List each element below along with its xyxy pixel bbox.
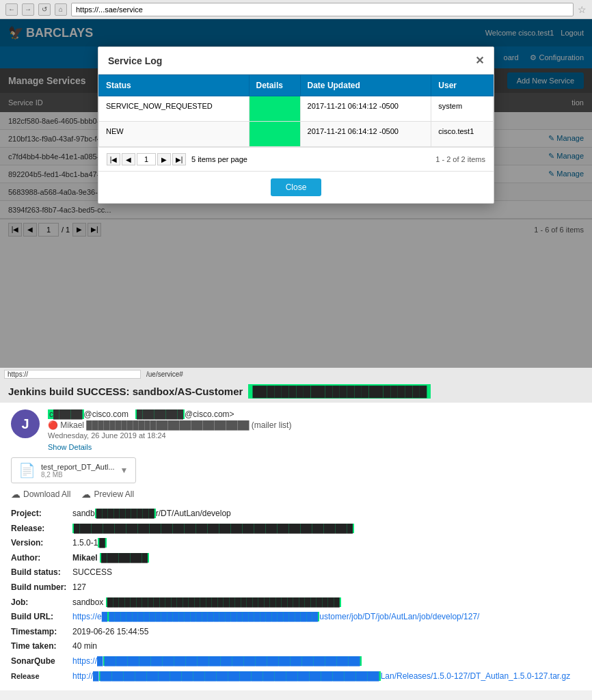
- build-number-row: Build number: 127: [11, 580, 581, 595]
- project-redact: ██████████: [95, 509, 156, 518]
- author-redact: ████████: [100, 553, 149, 563]
- attachment-row: 📄 test_report_DT_Autl... 8,2 MB ▼: [11, 457, 581, 483]
- job-value: sandbox ████████████████████████████████…: [72, 595, 341, 610]
- version-value: 1.5.0-1█: [72, 536, 107, 551]
- attachment-name: test_report_DT_Autl...: [41, 463, 115, 471]
- author-row: Author: Mikael ████████: [11, 551, 581, 566]
- build-number-label: Build number:: [11, 580, 72, 595]
- from-redact: c█████: [48, 409, 84, 419]
- details-cell: [249, 96, 300, 122]
- modal-page-input[interactable]: [137, 153, 156, 165]
- email-mikael: 🔴 Mikael ████████████████████████████ (m…: [48, 420, 581, 430]
- modal-title: Service Log: [108, 55, 162, 66]
- build-url-row: Build URL: https://e████████████████████…: [11, 610, 581, 625]
- modal-header: Service Log ✕: [98, 47, 494, 75]
- modal-prev-page[interactable]: ◀: [122, 153, 135, 165]
- user-cell: system: [431, 96, 494, 122]
- timestamp-label: Timestamp:: [11, 625, 72, 640]
- refresh-button[interactable]: ↺: [38, 3, 51, 16]
- modal-body: Status Details Date Updated User SERVICE…: [98, 75, 494, 147]
- release-url-text: http://█: [72, 671, 99, 681]
- modal-next-page[interactable]: ▶: [157, 153, 171, 165]
- service-log-modal: Service Log ✕ Status Details Date Update…: [98, 46, 494, 204]
- avatar: J: [11, 409, 40, 438]
- build-status-label: Build status:: [11, 565, 72, 580]
- build-number-value: 127: [72, 580, 86, 595]
- details-green-block: [250, 122, 300, 146]
- job-row: Job: sandbox ███████████████████████████…: [11, 595, 581, 610]
- modal-last-page[interactable]: ▶|: [172, 153, 186, 165]
- sonarqube-url-text: https://█: [72, 656, 103, 666]
- from-domain: @cisco.com: [84, 409, 129, 419]
- project-row: Project: sandb██████████r/DT/AutLan/deve…: [11, 507, 581, 522]
- to-redact: ████████: [135, 409, 185, 419]
- email-sender-row: J c█████@cisco.com ████████@cisco.com> 🔴…: [11, 409, 581, 452]
- time-taken-row: Time taken: 40 min: [11, 639, 581, 654]
- attachment-dropdown[interactable]: ▼: [120, 466, 129, 475]
- project-suffix: r/DT/AutLan/develop: [156, 509, 231, 518]
- modal-first-page[interactable]: |◀: [107, 153, 120, 165]
- service-log-table: Status Details Date Updated User SERVICE…: [98, 75, 494, 147]
- back-button[interactable]: ←: [5, 3, 18, 16]
- sonarqube-link[interactable]: https://████████████████████████████████…: [72, 656, 362, 666]
- browser-chrome: ← → ↺ ⌂ ☆: [0, 0, 592, 19]
- url-bar[interactable]: [71, 3, 574, 16]
- job-redact: ████████████████████████████████████████: [106, 597, 341, 607]
- modal-range-info: 1 - 2 of 2 items: [435, 155, 485, 163]
- date-cell: 2017-11-21 06:14:12 -0500: [300, 122, 431, 147]
- modal-table-row: SERVICE_NOW_REQUESTED 2017-11-21 06:14:1…: [99, 96, 494, 122]
- modal-close-button[interactable]: ✕: [475, 54, 484, 67]
- sonarqube-row: SonarQube https://██████████████████████…: [11, 654, 581, 669]
- download-all-link[interactable]: ☁ Download All: [11, 489, 70, 500]
- project-text: sandb: [72, 509, 95, 518]
- status-url-right: /ue/service#: [146, 371, 183, 378]
- release-url-value: http://█████████████████████████████████…: [72, 669, 570, 684]
- bookmark-star[interactable]: ☆: [578, 4, 587, 15]
- email-from: c█████@cisco.com ████████@cisco.com>: [48, 409, 581, 419]
- build-url-prefix: https://e█: [72, 612, 107, 621]
- modal-items-per-page: 5 items per page: [191, 155, 247, 163]
- email-date: Wednesday, 26 June 2019 at 18:24: [48, 431, 581, 440]
- modal-pagination: |◀ ◀ ▶ ▶| 5 items per page 1 - 2 of 2 it…: [98, 147, 494, 171]
- release-url-link[interactable]: http://█████████████████████████████████…: [72, 671, 570, 681]
- modal-pagination-controls: |◀ ◀ ▶ ▶| 5 items per page: [107, 153, 247, 165]
- user-header: User: [431, 75, 494, 96]
- release-redact: ████████████████████████████████████████…: [72, 524, 354, 533]
- release-label: Release:: [11, 522, 72, 537]
- show-details-link[interactable]: Show Details: [48, 443, 92, 451]
- sonarqube-label: SonarQube: [11, 654, 72, 669]
- timestamp-value: 2019-06-26 15:44:55: [72, 625, 148, 640]
- home-button[interactable]: ⌂: [55, 3, 67, 16]
- release-url-redact: ████████████████████████████████████████…: [99, 671, 381, 681]
- status-cell: SERVICE_NOW_REQUESTED: [99, 96, 250, 122]
- to-domain: @cisco.com>: [185, 409, 234, 419]
- file-icon: 📄: [18, 462, 36, 479]
- preview-all-text: Preview All: [94, 489, 134, 499]
- jenkins-title-bar: Jenkins build SUCCESS: sandbox/AS-Custom…: [0, 380, 592, 403]
- date-updated-header: Date Updated: [300, 75, 431, 96]
- details-green-block: [250, 96, 300, 121]
- modal-close-btn[interactable]: Close: [271, 178, 322, 196]
- email-meta: c█████@cisco.com ████████@cisco.com> 🔴 M…: [48, 409, 581, 452]
- download-all-text: Download All: [23, 489, 70, 499]
- build-url-label: Build URL:: [11, 610, 72, 625]
- build-url-value: https://e███████████████████████████████…: [72, 610, 479, 625]
- release-label2: Release: [11, 670, 72, 684]
- date-cell: 2017-11-21 06:14:12 -0500: [300, 96, 431, 122]
- build-url-link[interactable]: https://e███████████████████████████████…: [72, 612, 479, 621]
- build-url-redact: ████████████████████████████████████: [107, 612, 319, 621]
- sonarqube-redact: ████████████████████████████████████████…: [103, 656, 362, 666]
- time-taken-label: Time taken:: [11, 639, 72, 654]
- preview-all-link[interactable]: ☁ Preview All: [81, 489, 134, 500]
- job-label: Job:: [11, 595, 72, 610]
- version-redact: █: [98, 538, 107, 548]
- jenkins-title-text: Jenkins build SUCCESS: sandbox/AS-Custom…: [8, 386, 243, 397]
- status-url-left: https://: [4, 370, 141, 379]
- author-value: Mikael ████████: [72, 551, 149, 566]
- version-text: 1.5.0-1: [72, 538, 98, 548]
- author-text: Mikael: [72, 553, 98, 563]
- release-row: Release: ███████████████████████████████…: [11, 522, 581, 537]
- forward-button[interactable]: →: [22, 3, 34, 16]
- release-url-row: Release http://█████████████████████████…: [11, 669, 581, 684]
- sonarqube-value: https://████████████████████████████████…: [72, 654, 362, 669]
